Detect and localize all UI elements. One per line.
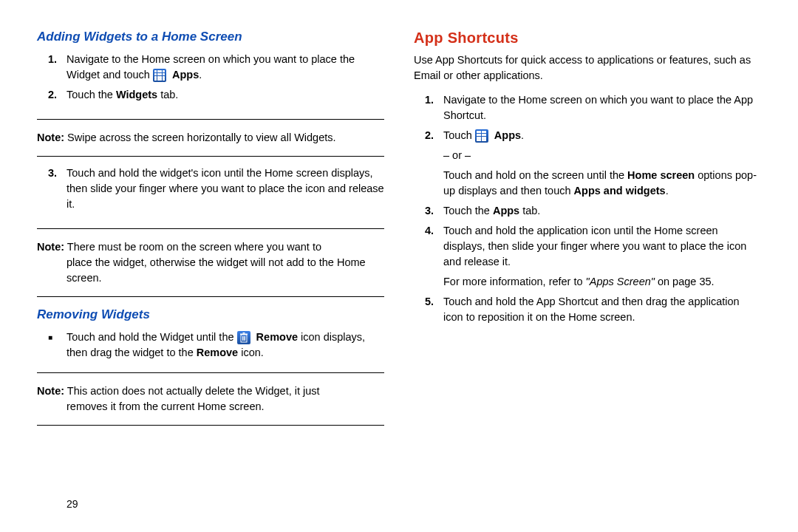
square-bullet-icon: ■ [48, 330, 66, 361]
note-swipe: Note: Swipe across the screen horizontal… [37, 130, 384, 146]
step-2: 2. Touch the Widgets tab. [66, 87, 384, 103]
step-1: 1. Navigate to the Home screen on which … [66, 52, 384, 83]
note-delete: Note: This action does not actually dele… [37, 383, 384, 415]
steps-list-adding: 1. Navigate to the Home screen on which … [37, 52, 384, 107]
right-column: App Shortcuts Use App Shortcuts for quic… [414, 30, 761, 517]
divider [37, 425, 384, 426]
heading-removing-widgets: Removing Widgets [37, 307, 384, 322]
divider [37, 372, 384, 373]
steps-list-adding-cont: 3. Touch and hold the widget's icon unti… [37, 166, 384, 216]
divider [37, 156, 384, 157]
intro-text: Use App Shortcuts for quick access to ap… [414, 52, 761, 83]
apps-grid-icon [153, 69, 166, 82]
page-number: 29 [66, 498, 78, 510]
step-4: 4. Touch and hold the application icon u… [443, 223, 761, 290]
divider [37, 228, 384, 229]
step-5: 5. Touch and hold the App Shortcut and t… [443, 294, 761, 325]
step-3: 3. Touch and hold the widget's icon unti… [66, 166, 384, 212]
svg-rect-5 [242, 332, 245, 334]
divider [37, 296, 384, 297]
manual-page: Adding Widgets to a Home Screen 1. Navig… [0, 0, 798, 532]
step-3: 3. Touch the Apps tab. [443, 203, 761, 219]
heading-adding-widgets: Adding Widgets to a Home Screen [37, 30, 384, 44]
apps-grid-icon [475, 129, 488, 143]
steps-list-shortcuts: 1. Navigate to the Home screen on which … [414, 92, 761, 330]
divider [37, 119, 384, 120]
svg-rect-4 [240, 334, 248, 335]
step-2: 2. Touch Apps. – or – Touch and hold on … [443, 128, 761, 199]
remove-bullet: ■ Touch and hold the Widget until the Re… [37, 330, 384, 361]
trash-icon [237, 331, 250, 344]
step-1: 1. Navigate to the Home screen on which … [443, 92, 761, 123]
note-room: Note: There must be room on the screen w… [37, 239, 384, 286]
left-column: Adding Widgets to a Home Screen 1. Navig… [37, 30, 384, 517]
heading-app-shortcuts: App Shortcuts [414, 30, 761, 47]
